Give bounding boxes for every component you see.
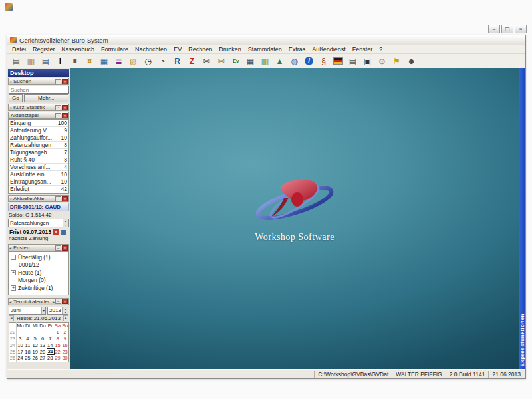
mail-out-icon[interactable]: ✉: [214, 55, 228, 67]
prev-day-icon[interactable]: ◂: [9, 315, 14, 321]
stat-row[interactable]: Auskünfte ein...10: [9, 171, 68, 178]
timer-icon[interactable]: ◔: [156, 55, 170, 67]
close-panel-icon[interactable]: ×: [62, 196, 68, 201]
prev-arrow-icon[interactable]: ◂: [9, 299, 11, 304]
coins-icon[interactable]: ¤: [82, 55, 96, 67]
menu-item-ev[interactable]: EV: [170, 46, 185, 53]
close-panel-icon[interactable]: ×: [62, 245, 68, 251]
stat-row[interactable]: Vorschuss anf...4: [9, 164, 68, 171]
card-index-icon[interactable]: ▦: [97, 55, 111, 67]
close-panel-icon[interactable]: ×: [62, 299, 68, 304]
ledger-icon[interactable]: ▥: [258, 55, 272, 67]
next-day-icon[interactable]: ▸: [63, 315, 68, 321]
menu-item-hilfe[interactable]: ?: [376, 46, 386, 53]
stat-row[interactable]: Anforderung V...9: [9, 127, 68, 134]
close-panel-icon[interactable]: ×: [62, 79, 68, 84]
clock-icon[interactable]: ◷: [141, 55, 155, 67]
ev-protocol-icon[interactable]: Ev: [229, 55, 243, 67]
cashbook-icon[interactable]: ▥: [24, 55, 38, 67]
calendar-day-cell[interactable]: 18: [24, 348, 31, 355]
roman-three-icon[interactable]: III: [68, 55, 82, 67]
deadline-item[interactable]: −Überfällig (1): [9, 253, 68, 261]
today-cell[interactable]: 21: [47, 348, 55, 355]
minimize-panel-icon[interactable]: –: [55, 245, 61, 251]
calendar-day-cell[interactable]: 9: [61, 335, 68, 342]
pin-panel-icon[interactable]: ▫: [55, 105, 61, 110]
close-button[interactable]: ×: [515, 25, 527, 33]
calendar-day-cell[interactable]: 10: [17, 342, 24, 348]
menu-item-drucken[interactable]: Drucken: [215, 46, 245, 53]
collapse-arrow-icon[interactable]: ◂: [9, 105, 11, 110]
desktop-panel-header[interactable]: Desktop: [8, 69, 69, 77]
chart-icon[interactable]: ▲: [273, 55, 287, 67]
forms-icon[interactable]: ▤: [39, 55, 53, 67]
stats-panel-header[interactable]: ◂ Kurz-Statistik ▫ ×: [8, 104, 69, 111]
calendar-day-cell[interactable]: 30: [61, 355, 68, 362]
calendar-day-cell[interactable]: 27: [39, 355, 46, 362]
section-icon[interactable]: §: [317, 55, 331, 67]
deadlines-panel-header[interactable]: ◂ Fristen – ×: [8, 244, 69, 251]
menu-item-datei[interactable]: Datei: [9, 46, 29, 53]
stat-row[interactable]: Ratenzahlungen8: [9, 142, 68, 149]
calendar-day-cell[interactable]: 3: [17, 335, 24, 342]
deadline-item[interactable]: +Heute (1): [9, 269, 68, 277]
close-panel-icon[interactable]: ×: [62, 105, 68, 110]
stat-row[interactable]: Ruht § 408: [9, 156, 68, 164]
calendar-day-cell[interactable]: 7: [47, 335, 54, 342]
menu-item-nachrichten[interactable]: Nachrichten: [132, 46, 170, 53]
flag-icon[interactable]: ⚑: [390, 55, 404, 67]
more-button[interactable]: Mehr...: [24, 94, 68, 102]
calendar-day-cell[interactable]: 17: [17, 348, 24, 355]
folder-icon[interactable]: ▧: [126, 55, 140, 67]
lock-icon[interactable]: ⊙: [375, 55, 389, 67]
search-input[interactable]: [9, 86, 69, 94]
calendar-day-cell[interactable]: 14: [47, 342, 54, 348]
monitor-icon[interactable]: ▣: [360, 55, 374, 67]
roman-one-icon[interactable]: I: [53, 55, 67, 67]
stat-row[interactable]: Eingang100: [9, 120, 68, 127]
calendar-day-cell[interactable]: 11: [24, 342, 31, 348]
collapse-arrow-icon[interactable]: ◂: [9, 196, 11, 201]
chevron-down-icon[interactable]: ▾: [41, 307, 45, 314]
month-select[interactable]: Juni ▾: [9, 307, 46, 315]
minimize-panel-icon[interactable]: –: [55, 196, 61, 201]
calendar-day-cell[interactable]: 5: [31, 335, 39, 342]
calendar-day-cell[interactable]: 16: [61, 342, 68, 348]
minimize-panel-icon[interactable]: –: [55, 113, 61, 118]
german-flag-icon[interactable]: [331, 55, 345, 67]
spin-down-icon[interactable]: ▾: [63, 311, 68, 314]
calendar-picker-icon[interactable]: ▦: [61, 229, 66, 235]
info-icon[interactable]: i: [302, 55, 316, 67]
spinner-control[interactable]: ▴ ▾: [63, 219, 68, 227]
calendar-day-cell[interactable]: 24: [17, 355, 24, 362]
calendar-day-cell[interactable]: 13: [39, 342, 46, 348]
stat-row[interactable]: Tilgungsangeb...7: [9, 149, 68, 156]
today-label[interactable]: Heute: 21.06.2013: [15, 315, 62, 321]
calendar-day-cell[interactable]: 6: [39, 335, 46, 342]
close-panel-icon[interactable]: ×: [62, 113, 68, 118]
minimize-panel-icon[interactable]: –: [55, 299, 61, 304]
globe-icon[interactable]: ◍: [287, 55, 301, 67]
expand-box-icon[interactable]: +: [11, 270, 16, 275]
spinner-control[interactable]: ▴ ▾: [62, 307, 68, 314]
calendar-day-cell[interactable]: 28: [47, 355, 54, 362]
books-icon[interactable]: ≣: [112, 55, 126, 67]
calendar-day-cell[interactable]: 29: [54, 355, 61, 362]
spin-down-icon[interactable]: ▾: [63, 223, 68, 227]
mail-icon[interactable]: ✉: [200, 55, 213, 67]
year-spinner[interactable]: 2013 ▴ ▾: [47, 307, 68, 315]
expand-box-icon[interactable]: +: [11, 285, 16, 291]
current-case-id[interactable]: DRII-0001/13: GAUD: [8, 203, 69, 211]
calculator-icon[interactable]: ▦: [243, 55, 257, 67]
calendar-day-cell[interactable]: 19: [31, 348, 39, 355]
restore-button[interactable]: ▢: [501, 25, 513, 33]
calendar-day-cell[interactable]: 12: [31, 342, 39, 348]
user-icon[interactable]: ☻: [404, 55, 418, 67]
deadline-item[interactable]: +Zukünftige (1): [9, 284, 68, 292]
next-arrow-icon[interactable]: ▸: [53, 299, 55, 304]
menu-item-register[interactable]: Register: [29, 46, 59, 53]
printer-small-icon[interactable]: ▤: [346, 55, 360, 67]
calendar-day-cell[interactable]: 23: [61, 348, 68, 355]
menu-item-rechnen[interactable]: Rechnen: [185, 46, 215, 53]
express-functions-bar[interactable]: Expressfunktionen: [519, 68, 525, 369]
